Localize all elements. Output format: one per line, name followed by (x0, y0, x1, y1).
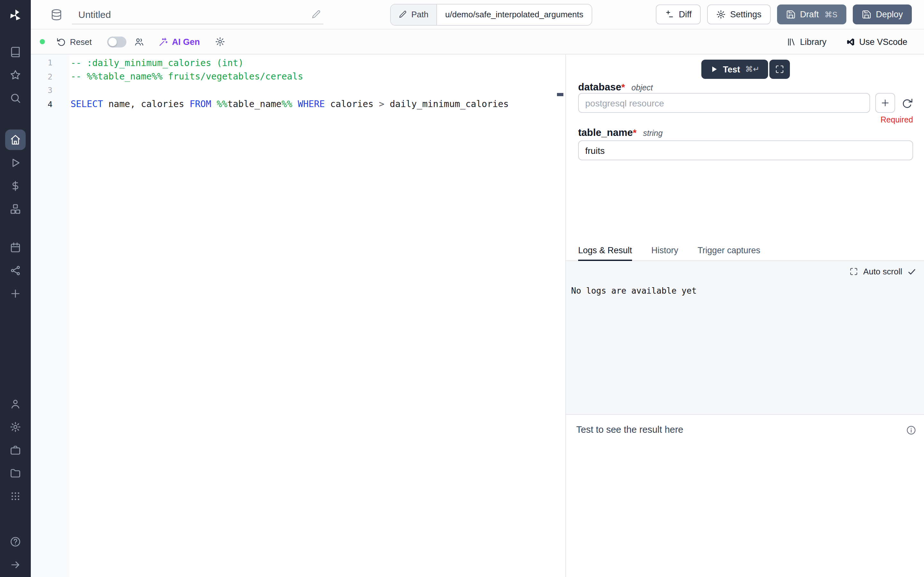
use-vscode-button[interactable]: Use VScode (846, 37, 907, 47)
code-text: SELECT name, calories FROM %%table_name%… (69, 99, 509, 109)
result-area: Test to see the result here (566, 414, 924, 577)
windmill-logo[interactable] (5, 5, 26, 26)
table-name-field-row (578, 140, 913, 160)
draft-label: Draft (800, 10, 819, 19)
reset-button[interactable]: Reset (57, 37, 92, 47)
sidebar-item-settings[interactable] (5, 417, 26, 437)
code-editor[interactable]: 1-- :daily_minimum_calories (int)2-- %%t… (31, 55, 565, 577)
check-icon[interactable] (907, 267, 916, 276)
expand-test-button[interactable] (770, 60, 790, 79)
edit-title-icon[interactable] (311, 9, 321, 19)
sidebar-item-folders[interactable] (5, 463, 26, 484)
ai-wand-icon (158, 37, 168, 47)
sidebar-item-help[interactable] (5, 532, 26, 552)
save-icon (786, 10, 795, 19)
users-icon[interactable] (134, 37, 144, 47)
code-line-1[interactable]: 1-- :daily_minimum_calories (int) (31, 56, 565, 69)
play-icon (710, 65, 718, 73)
test-button[interactable]: Test ⌘↵ (701, 60, 768, 79)
diff-icon (665, 10, 674, 19)
library-label: Library (800, 37, 827, 47)
app-window: Untitled Path u/demo/safe_interpolated_a… (0, 0, 924, 577)
diff-label: Diff (679, 10, 692, 19)
code-line-3[interactable]: 3 (31, 83, 565, 97)
logs-controls: Auto scroll (566, 261, 924, 276)
add-icon (10, 288, 21, 300)
editor-toolbar: Reset AI Gen (31, 29, 924, 55)
postgresql-icon (50, 8, 63, 21)
folders-icon (10, 467, 21, 479)
ai-gen-button[interactable]: AI Gen (158, 37, 200, 47)
code-text: -- %%table_name%% fruits/vegetables/cere… (69, 71, 303, 82)
reset-icon (57, 37, 66, 47)
test-shortcut: ⌘↵ (745, 65, 759, 74)
editor-settings-icon[interactable] (215, 37, 226, 47)
field-type: string (643, 129, 662, 138)
sidebar-item-groups[interactable] (5, 486, 26, 506)
editor-lines: 1-- :daily_minimum_calories (int)2-- %%t… (31, 56, 565, 111)
topbar: Untitled Path u/demo/safe_interpolated_a… (31, 0, 924, 29)
script-title-field[interactable]: Untitled (72, 5, 323, 24)
path-control[interactable]: Path u/demo/safe_interpolated_arguments (390, 3, 592, 25)
settings-icon (10, 421, 21, 433)
refresh-icon[interactable] (901, 97, 913, 109)
editor-gutter (31, 55, 69, 577)
code-line-2[interactable]: 2-- %%table_name%% fruits/vegetables/cer… (31, 69, 565, 83)
result-hint: Test to see the result here (576, 424, 906, 435)
home-icon (10, 134, 21, 145)
sidebar-item-variables[interactable] (5, 176, 26, 196)
ai-gen-label: AI Gen (172, 37, 200, 47)
settings-button[interactable]: Settings (707, 5, 771, 24)
line-number: 1 (31, 58, 69, 68)
sidebar-item-resources[interactable] (5, 199, 26, 219)
database-field-label: database* object (578, 81, 913, 93)
sidebar-item-runs[interactable] (5, 153, 26, 173)
sidebar-item-search[interactable] (5, 88, 26, 108)
path-value[interactable]: u/demo/safe_interpolated_arguments (437, 4, 592, 25)
sidebar-item-flows[interactable] (5, 260, 26, 281)
result-tabs: Logs & ResultHistoryTrigger captures (566, 240, 924, 261)
toggle-knob (108, 37, 117, 46)
add-resource-button[interactable] (875, 93, 895, 113)
tab-trigger-captures[interactable]: Trigger captures (698, 240, 760, 261)
run-panel: Test ⌘↵ database* object (565, 55, 924, 577)
field-type: object (632, 83, 653, 92)
library-button[interactable]: Library (787, 37, 827, 47)
expand-logs-icon[interactable] (850, 268, 858, 276)
line-number: 2 (31, 72, 69, 81)
database-input[interactable] (578, 93, 870, 113)
sidebar-item-collapse[interactable] (5, 554, 26, 575)
sidebar-item-add[interactable] (5, 284, 26, 304)
deploy-button[interactable]: Deploy (853, 5, 912, 24)
info-icon[interactable] (906, 425, 916, 435)
sidebar-item-workers[interactable] (5, 440, 26, 460)
script-title: Untitled (72, 9, 311, 19)
vscode-icon (846, 37, 855, 47)
test-label: Test (723, 64, 740, 74)
resources-icon (10, 203, 21, 215)
path-label: Path (411, 10, 429, 19)
sidebar-item-schedules[interactable] (5, 237, 26, 258)
user-icon (10, 398, 21, 410)
sidebar-item-home[interactable] (5, 129, 26, 150)
search-icon (10, 92, 21, 104)
sidebar-group-2 (5, 237, 26, 304)
schedules-icon (10, 242, 21, 253)
toolbar-right: Library Use VScode (787, 37, 907, 47)
path-edit-button[interactable]: Path (391, 4, 437, 25)
workers-icon (10, 444, 21, 456)
sidebar-item-star[interactable] (5, 65, 26, 85)
table-name-input[interactable] (578, 140, 913, 160)
sidebar-item-docs[interactable] (5, 42, 26, 62)
code-line-4[interactable]: 4SELECT name, calories FROM %%table_name… (31, 97, 565, 111)
draft-button[interactable]: Draft ⌘S (777, 5, 846, 24)
toggle-switch[interactable] (107, 36, 126, 47)
tab-logs-result[interactable]: Logs & Result (578, 240, 632, 261)
tab-history[interactable]: History (651, 240, 678, 261)
auto-scroll-label[interactable]: Auto scroll (863, 267, 902, 276)
reset-label: Reset (70, 37, 92, 47)
sidebar-item-user[interactable] (5, 394, 26, 414)
diff-button[interactable]: Diff (656, 5, 701, 24)
sidebar-group-1 (5, 129, 26, 219)
required-asterisk: * (633, 127, 637, 138)
